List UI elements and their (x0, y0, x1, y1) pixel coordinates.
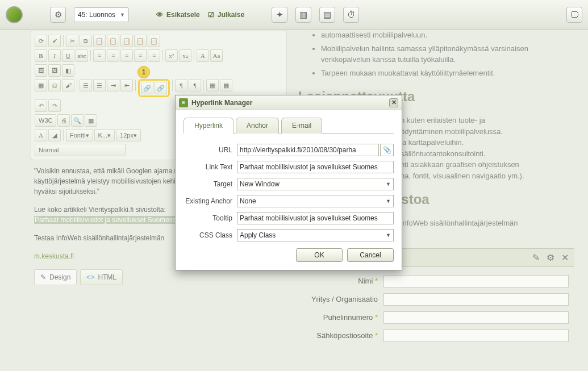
hyperlink-dialog-icon: ≡ (179, 98, 188, 107)
label-css-class: CSS Class (184, 231, 237, 239)
tooltip-input[interactable] (237, 212, 394, 224)
chevron-down-icon: ▼ (386, 181, 391, 187)
chevron-down-icon: ▼ (386, 232, 391, 238)
label-url: URL (184, 146, 237, 154)
hyperlink-dialog: ≡ Hyperlink Manager ✕ Hyperlink Anchor E… (175, 95, 402, 270)
tab-anchor[interactable]: Anchor (236, 118, 279, 134)
dialog-title: Hyperlink Manager (191, 99, 252, 107)
dialog-titlebar[interactable]: ≡ Hyperlink Manager ✕ (176, 95, 402, 110)
cancel-button[interactable]: Cancel (347, 248, 394, 262)
label-existing-anchor: Existing Anchor (184, 197, 237, 205)
anchor-select[interactable]: None▼ (237, 195, 394, 207)
label-target: Target (184, 180, 237, 188)
dialog-close-button[interactable]: ✕ (389, 98, 398, 107)
target-select[interactable]: New Window▼ (237, 178, 394, 190)
label-tooltip: Tooltip (184, 214, 237, 222)
tab-hyperlink[interactable]: Hyperlink (184, 118, 233, 134)
chevron-down-icon: ▼ (386, 198, 391, 204)
close-icon: ✕ (391, 99, 397, 106)
dialog-body: Hyperlink Anchor E-mail URL 📎 Link Text … (176, 110, 402, 270)
modal-overlay: ≡ Hyperlink Manager ✕ Hyperlink Anchor E… (0, 0, 588, 371)
url-input[interactable] (237, 144, 379, 156)
link-text-input[interactable] (237, 161, 394, 173)
attachment-icon: 📎 (383, 146, 391, 154)
css-class-select[interactable]: Apply Class▼ (237, 229, 394, 241)
ok-button[interactable]: OK (296, 248, 343, 262)
label-link-text: Link Text (184, 163, 237, 171)
tab-email[interactable]: E-mail (281, 118, 322, 134)
dialog-tabs: Hyperlink Anchor E-mail (184, 117, 394, 134)
url-attach-button[interactable]: 📎 (380, 144, 394, 156)
